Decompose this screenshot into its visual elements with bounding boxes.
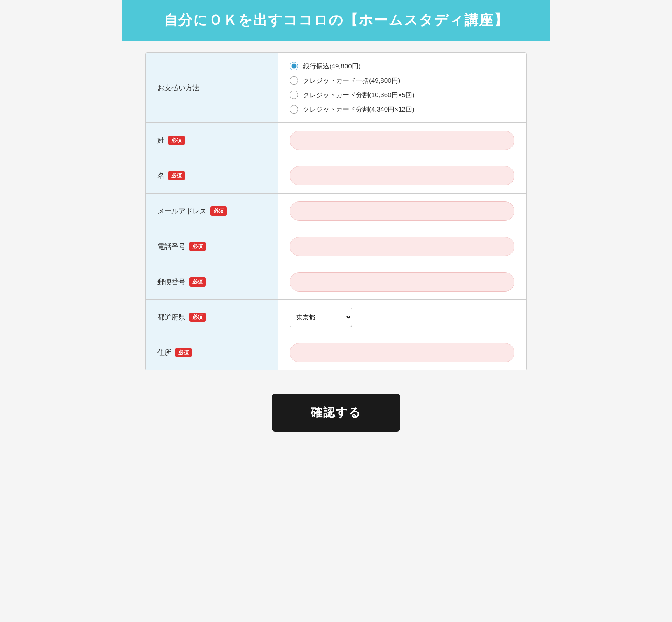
- payment-option-cc-lump-label: クレジットカード一括(49,800円): [303, 76, 400, 85]
- payment-label: お支払い方法: [158, 83, 200, 93]
- address-input-cell: [278, 335, 526, 370]
- payment-option-cc-12-label: クレジットカード分割(4,340円×12回): [303, 105, 415, 114]
- payment-radio-cc-lump[interactable]: [290, 76, 298, 85]
- header-banner: 自分にＯＫを出すココロの【ホームスタディ講座】: [122, 0, 550, 41]
- first-name-label-cell: 名 必須: [146, 158, 278, 193]
- last-name-label: 姓: [158, 136, 164, 145]
- payment-label-cell: お支払い方法: [146, 53, 278, 122]
- prefecture-row: 都道府県 必須 北海道青森県岩手県宮城県秋田県山形県福島県茨城県栃木県群馬県埼玉…: [146, 300, 526, 335]
- payment-options-cell: 銀行振込(49,800円) クレジットカード一括(49,800円) クレジットカ…: [278, 54, 526, 122]
- postal-row: 郵便番号 必須: [146, 264, 526, 300]
- postal-required-badge: 必須: [189, 277, 206, 287]
- payment-option-cc-12[interactable]: クレジットカード分割(4,340円×12回): [290, 105, 415, 114]
- email-label-cell: メールアドレス 必須: [146, 194, 278, 229]
- page-title: 自分にＯＫを出すココロの【ホームスタディ講座】: [138, 11, 534, 30]
- email-input-cell: [278, 194, 526, 229]
- payment-options: 銀行振込(49,800円) クレジットカード一括(49,800円) クレジットカ…: [290, 62, 415, 114]
- payment-option-bank-label: 銀行振込(49,800円): [303, 62, 360, 71]
- postal-input[interactable]: [290, 272, 514, 292]
- first-name-row: 名 必須: [146, 158, 526, 194]
- address-required-badge: 必須: [175, 348, 192, 357]
- phone-row: 電話番号 必須: [146, 229, 526, 264]
- prefecture-label-cell: 都道府県 必須: [146, 300, 278, 335]
- first-name-input-cell: [278, 158, 526, 193]
- postal-label: 郵便番号: [158, 277, 186, 287]
- first-name-required-badge: 必須: [168, 171, 185, 180]
- payment-radio-cc-12[interactable]: [290, 105, 298, 114]
- email-row: メールアドレス 必須: [146, 194, 526, 229]
- payment-option-cc-5-label: クレジットカード分割(10,360円×5回): [303, 91, 415, 100]
- payment-option-cc-5[interactable]: クレジットカード分割(10,360円×5回): [290, 91, 415, 100]
- last-name-required-badge: 必須: [168, 136, 185, 145]
- prefecture-required-badge: 必須: [189, 313, 206, 322]
- first-name-label: 名: [158, 171, 164, 180]
- postal-input-cell: [278, 264, 526, 299]
- payment-radio-cc-5[interactable]: [290, 91, 298, 99]
- email-input[interactable]: [290, 201, 514, 221]
- submit-button[interactable]: 確認する: [272, 394, 400, 432]
- form-container: お支払い方法 銀行振込(49,800円) クレジットカード一括(49,800円)…: [145, 52, 527, 370]
- phone-label: 電話番号: [158, 242, 186, 251]
- phone-label-cell: 電話番号 必須: [146, 229, 278, 264]
- last-name-row: 姓 必須: [146, 123, 526, 158]
- last-name-input[interactable]: [290, 131, 514, 150]
- prefecture-input-cell: 北海道青森県岩手県宮城県秋田県山形県福島県茨城県栃木県群馬県埼玉県千葉県東京都神…: [278, 300, 526, 335]
- email-required-badge: 必須: [210, 206, 227, 216]
- prefecture-label: 都道府県: [158, 313, 186, 322]
- address-input[interactable]: [290, 343, 514, 362]
- address-label-cell: 住所 必須: [146, 335, 278, 370]
- postal-label-cell: 郵便番号 必須: [146, 264, 278, 299]
- payment-method-row: お支払い方法 銀行振込(49,800円) クレジットカード一括(49,800円)…: [146, 53, 526, 123]
- last-name-input-cell: [278, 123, 526, 158]
- last-name-label-cell: 姓 必須: [146, 123, 278, 158]
- payment-option-bank[interactable]: 銀行振込(49,800円): [290, 62, 415, 71]
- payment-option-cc-lump[interactable]: クレジットカード一括(49,800円): [290, 76, 415, 85]
- prefecture-select[interactable]: 北海道青森県岩手県宮城県秋田県山形県福島県茨城県栃木県群馬県埼玉県千葉県東京都神…: [290, 308, 352, 327]
- address-label: 住所: [158, 348, 172, 357]
- email-label: メールアドレス: [158, 206, 206, 216]
- address-row: 住所 必須: [146, 335, 526, 370]
- phone-input-cell: [278, 229, 526, 264]
- phone-required-badge: 必須: [189, 242, 206, 251]
- submit-area: 確認する: [122, 370, 550, 447]
- phone-input[interactable]: [290, 237, 514, 256]
- first-name-input[interactable]: [290, 166, 514, 185]
- payment-radio-bank[interactable]: [290, 62, 298, 70]
